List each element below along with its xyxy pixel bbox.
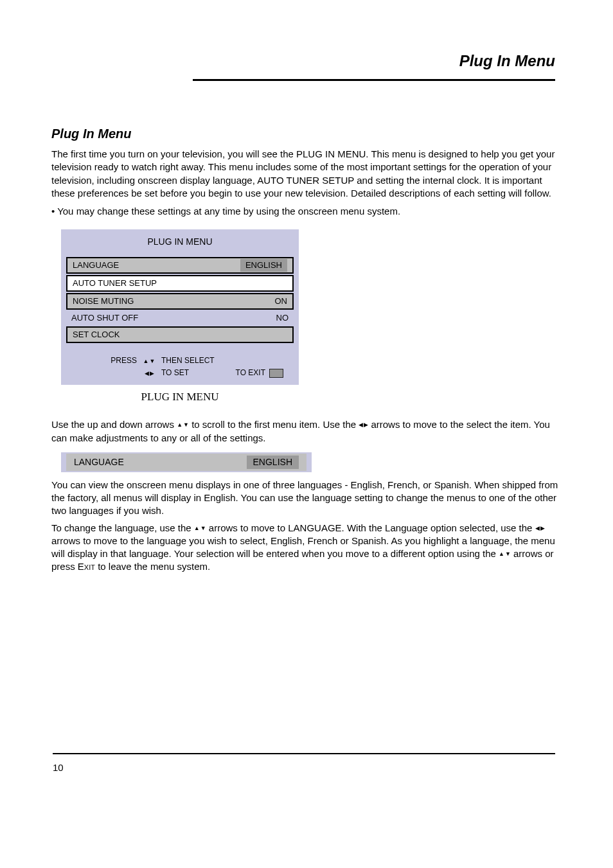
intro-paragraph: The first time you turn on your televisi… bbox=[51, 148, 562, 200]
page-number: 10 bbox=[53, 761, 64, 774]
osd-row-value: NO bbox=[276, 312, 289, 324]
osd-row-label: AUTO TUNER SETUP bbox=[73, 278, 157, 289]
lang-text-e: to leave the menu system. bbox=[95, 561, 210, 572]
arrow-left-icon bbox=[535, 525, 540, 531]
lang-text-b: arrows to move to LANGUAGE. With the Lan… bbox=[209, 522, 535, 533]
language-paragraph-2: To change the language, use the arrows t… bbox=[51, 522, 562, 574]
arrow-down-icon bbox=[183, 421, 189, 428]
osd-hint: PRESS THEN SELECT bbox=[61, 355, 299, 379]
hint-to-exit: TO EXIT bbox=[236, 367, 265, 379]
hint-press-label: PRESS bbox=[70, 355, 137, 367]
language-row-figure: LANGUAGE ENGLISH bbox=[61, 452, 312, 472]
osd-row-language: LANGUAGE ENGLISH bbox=[66, 257, 294, 274]
exit-button-icon bbox=[269, 369, 283, 378]
arrow-up-icon bbox=[194, 525, 200, 531]
section-heading: Plug In Menu bbox=[51, 125, 562, 143]
lang-row-label: LANGUAGE bbox=[74, 456, 124, 468]
arrow-up-icon bbox=[177, 421, 182, 428]
osd-row-label: NOISE MUTING bbox=[73, 296, 134, 307]
osd-row-auto-tuner: AUTO TUNER SETUP bbox=[66, 275, 294, 292]
osd-row-label: SET CLOCK bbox=[73, 329, 120, 341]
hint-then-select: THEN SELECT bbox=[161, 355, 215, 367]
usage-text-b: to scroll to the first menu item. Use th… bbox=[191, 419, 359, 430]
usage-text-a: Use the up and down arrows bbox=[51, 419, 177, 430]
arrow-right-icon bbox=[150, 370, 154, 376]
osd-caption: PLUG IN MENU bbox=[61, 390, 299, 405]
arrow-right-icon bbox=[540, 525, 545, 531]
arrow-up-icon bbox=[143, 358, 149, 364]
arrow-left-icon bbox=[359, 421, 363, 428]
page-header-title: Plug In Menu bbox=[459, 51, 555, 71]
osd-row-label: LANGUAGE bbox=[73, 260, 119, 271]
hint-to-set: TO SET bbox=[161, 367, 189, 379]
lang-row-value: ENGLISH bbox=[247, 456, 299, 469]
osd-row-value: ON bbox=[275, 296, 288, 307]
osd-row-noise-muting: NOISE MUTING ON bbox=[66, 293, 294, 310]
osd-row-label: AUTO SHUT OFF bbox=[71, 312, 138, 324]
osd-title: PLUG IN MENU bbox=[61, 236, 299, 248]
arrow-right-icon bbox=[364, 421, 368, 428]
arrow-left-icon bbox=[145, 370, 149, 376]
osd-row-auto-shut-off: AUTO SHUT OFF NO bbox=[66, 311, 294, 325]
lang-text-a: To change the language, use the bbox=[51, 522, 194, 533]
lang-text-c: arrows to move to the language you wish … bbox=[51, 535, 555, 559]
arrow-down-icon bbox=[505, 551, 511, 557]
usage-paragraph: Use the up and down arrows to scroll to … bbox=[51, 418, 562, 445]
language-paragraph-1: You can view the onscreen menu displays … bbox=[51, 479, 562, 518]
plug-in-menu-osd: PLUG IN MENU LANGUAGE ENGLISH AUTO TUNER… bbox=[61, 229, 299, 384]
arrow-down-icon bbox=[150, 358, 155, 364]
osd-row-set-clock: SET CLOCK bbox=[66, 326, 294, 343]
arrow-up-icon bbox=[499, 551, 504, 557]
exit-key-label: Exit bbox=[78, 561, 95, 572]
osd-row-value: ENGLISH bbox=[240, 259, 287, 272]
header-rule bbox=[193, 79, 555, 81]
note-bullet: • You may change these settings at any t… bbox=[51, 205, 562, 218]
arrow-down-icon bbox=[200, 525, 206, 531]
footer-rule bbox=[53, 753, 555, 754]
